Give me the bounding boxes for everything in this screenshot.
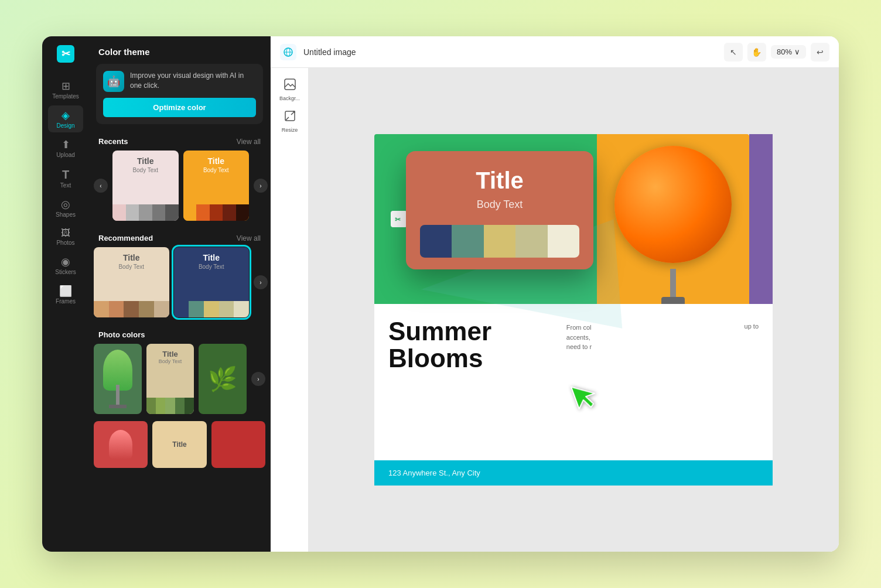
recents-prev-arrow[interactable]: ‹ [94,179,108,193]
photo-card-1[interactable] [94,344,142,414]
swatch [126,204,139,221]
recommended-view-all[interactable]: View all [237,234,261,242]
design-canvas: ✂ CapCut [374,134,773,486]
pointer-tool-button[interactable]: ↖ [724,43,743,61]
popup-swatch-4 [515,225,547,258]
sidebar-item-frames[interactable]: ⬜ Frames [48,281,83,308]
swatch [109,301,124,317]
svg-marker-8 [571,380,599,411]
sidebar-item-design[interactable]: ◈ Design [48,105,83,132]
side-panel-content[interactable]: 🤖 Improve your visual design with AI in … [89,64,270,552]
up-to-text: up to [745,318,759,372]
recent-card-2[interactable]: Title Body Text [183,151,250,221]
photo-card-2[interactable]: Title Body Text [146,344,194,414]
frames-label: Frames [56,298,76,305]
popup-card: Title Body Text [406,151,593,269]
svg-rect-5 [285,79,295,90]
popup-title: Title [420,167,579,194]
popup-body: Body Text [420,199,579,211]
ai-banner-text: Improve your visual design with AI in on… [130,71,256,91]
ai-banner: 🤖 Improve your visual design with AI in … [96,64,263,124]
photo-card-5[interactable]: Title [152,421,206,468]
swatch [204,301,219,317]
recent-card-2-title: Title [207,156,224,166]
photo-card-4[interactable] [94,421,148,468]
swatch [223,204,236,221]
canvas-main[interactable]: ✂ CapCut [308,68,839,552]
photo-card-6[interactable] [211,421,265,468]
upload-icon: ⬆ [62,139,70,150]
recent-card-1-body: Body Text [132,167,158,173]
swatch [165,204,179,221]
photo-colors-grid: Title Body Text 🌿 › [89,344,270,421]
swatch [174,301,189,317]
top-bar: Untitled image ↖ ✋ 80% ∨ ↩ [271,36,839,68]
background-tool[interactable]: Backgr... [275,75,305,104]
undo-button[interactable]: ↩ [811,43,829,61]
recent-card-2-body: Body Text [203,167,229,173]
sidebar-item-stickers[interactable]: ◉ Stickers [48,252,83,279]
resize-label: Resize [282,127,298,133]
capcut-logo-icon: ✂ [391,211,407,227]
swatch [236,204,250,221]
recommended-card-2[interactable]: Title Body Text [174,247,250,317]
top-bar-actions: ↖ ✋ 80% ∨ ↩ [724,43,829,61]
sidebar-item-upload[interactable]: ⬆ Upload [48,135,83,162]
recent-card-1-title: Title [137,156,154,166]
recommended-card-2-title: Title [203,253,220,262]
pan-tool-button[interactable]: ✋ [747,43,766,61]
photo-colors-next-arrow[interactable]: › [251,372,265,386]
svg-text:✂: ✂ [62,48,71,60]
lamp-base-orange [661,297,685,304]
recents-grid: ‹ Title Body Text [94,151,268,221]
sidebar-item-text[interactable]: T Text [48,164,83,192]
sidebar-item-templates[interactable]: ⊞ Templates [48,76,83,103]
ai-icon: 🤖 [103,71,124,92]
svg-text:✂: ✂ [395,216,401,224]
zoom-control[interactable]: 80% ∨ [771,45,806,59]
pink-lamp-shade [109,430,132,459]
design-label: Design [56,122,74,129]
zoom-chevron-icon: ∨ [794,47,800,56]
photo-colors-section-header: Photo colors [89,324,270,344]
ai-banner-row: 🤖 Improve your visual design with AI in … [103,71,256,92]
swatch [139,301,154,317]
stickers-icon: ◉ [61,257,70,267]
right-toolbar: Backgr... Resize [271,68,308,552]
templates-label: Templates [52,93,79,100]
recent-card-1[interactable]: Title Body Text [112,151,179,221]
recommended-next-arrow[interactable]: › [254,275,268,289]
recents-view-all[interactable]: View all [237,138,261,146]
background-icon [284,78,296,94]
photo-colors-title: Photo colors [98,330,145,339]
photo-card-5-title: Title [172,440,186,449]
swatch [234,301,249,317]
document-icon [280,44,296,60]
photo-card-3[interactable]: 🌿 [199,344,247,414]
templates-icon: ⊞ [62,81,70,91]
photo-card-2-body: Body Text [151,358,190,364]
optimize-color-button[interactable]: Optimize color [103,98,256,117]
sidebar-item-photos[interactable]: 🖼 Photos [48,224,83,249]
recommended-card-1-body: Body Text [118,264,144,270]
popup-swatch-2 [452,225,483,258]
lamp-base-small [109,405,127,408]
recents-next-arrow[interactable]: › [254,179,268,193]
resize-tool[interactable]: Resize [275,107,305,136]
popup-swatch-1 [420,225,452,258]
text-icon: T [62,169,69,180]
side-panel: Color theme 🤖 Improve your visual design… [89,36,271,552]
icon-bar: ✂ ⊞ Templates ◈ Design ⬆ Upload T Text ◎… [42,36,89,552]
recommended-card-1[interactable]: Title Body Text [94,247,169,317]
lamp-orange-sphere [614,146,732,263]
swatch [183,204,197,221]
purple-strip [749,134,773,304]
address-bar: 123 Anywhere St., Any City [374,460,773,486]
swatch [210,204,223,221]
photos-label: Photos [56,240,74,246]
sidebar-item-shapes[interactable]: ◎ Shapes [48,194,83,221]
plant-icon: 🌿 [208,365,237,393]
swatch [124,301,139,317]
main-window: ✂ ⊞ Templates ◈ Design ⬆ Upload T Text ◎… [42,36,839,552]
app-logo: ✂ [55,43,76,64]
